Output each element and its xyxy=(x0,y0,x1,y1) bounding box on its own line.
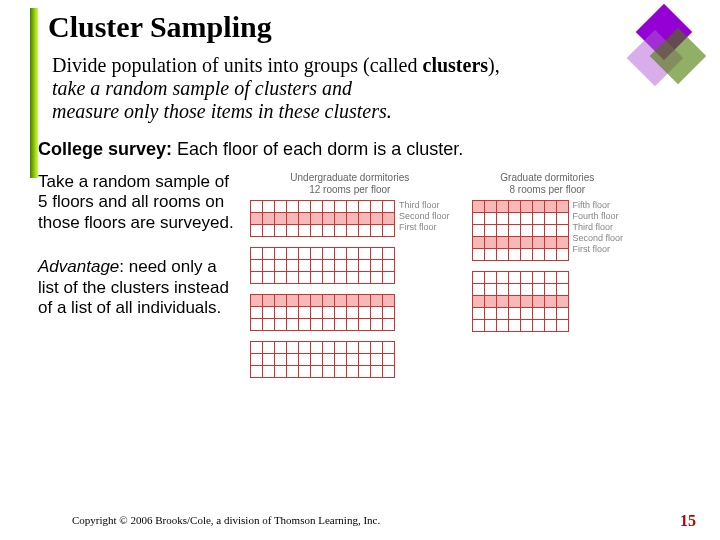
room-cell xyxy=(371,295,383,306)
building-floors xyxy=(250,200,395,237)
room-cell xyxy=(251,213,263,224)
room-cell xyxy=(311,201,323,212)
room-cell xyxy=(521,225,533,236)
undergrad-block: Undergraduate dormitories 12 rooms per f… xyxy=(250,172,450,388)
building xyxy=(472,271,624,332)
room-cell xyxy=(275,319,287,330)
floor-row xyxy=(250,306,395,318)
room-cell xyxy=(533,308,545,319)
room-cell xyxy=(347,213,359,224)
undergrad-title: Undergraduate dormitories 12 rooms per f… xyxy=(250,172,450,196)
room-cell xyxy=(263,342,275,353)
room-cell xyxy=(287,307,299,318)
floor-row xyxy=(472,236,569,248)
building xyxy=(250,341,450,378)
room-cell xyxy=(287,366,299,377)
room-cell xyxy=(335,354,347,365)
room-cell xyxy=(371,213,383,224)
room-cell xyxy=(275,213,287,224)
room-cell xyxy=(545,296,557,307)
grad-buildings: Fifth floorFourth floorThird floorSecond… xyxy=(472,200,624,332)
room-cell xyxy=(473,225,485,236)
room-cell xyxy=(473,296,485,307)
room-cell xyxy=(557,249,569,260)
floor-row xyxy=(472,307,569,319)
room-cell xyxy=(359,307,371,318)
floor-row xyxy=(472,283,569,295)
room-cell xyxy=(347,319,359,330)
room-cell xyxy=(311,342,323,353)
room-cell xyxy=(323,295,335,306)
room-cell xyxy=(251,366,263,377)
room-cell xyxy=(485,213,497,224)
room-cell xyxy=(521,237,533,248)
room-cell xyxy=(473,308,485,319)
floor-row xyxy=(250,294,395,306)
room-cell xyxy=(287,260,299,271)
room-cell xyxy=(299,295,311,306)
room-cell xyxy=(251,354,263,365)
room-cell xyxy=(497,213,509,224)
grad-block: Graduate dormitories 8 rooms per floor F… xyxy=(472,172,624,388)
room-cell xyxy=(533,296,545,307)
building: Third floorSecond floorFirst floor xyxy=(250,200,450,237)
room-cell xyxy=(263,260,275,271)
room-cell xyxy=(347,354,359,365)
floor-label: Fourth floor xyxy=(573,211,624,222)
room-cell xyxy=(485,308,497,319)
room-cell xyxy=(485,272,497,283)
room-cell xyxy=(299,342,311,353)
room-cell xyxy=(533,225,545,236)
room-cell xyxy=(347,272,359,283)
room-cell xyxy=(263,225,275,236)
room-cell xyxy=(275,260,287,271)
dorm-diagram: Undergraduate dormitories 12 rooms per f… xyxy=(250,172,696,388)
room-cell xyxy=(371,342,383,353)
room-cell xyxy=(347,342,359,353)
floor-labels: Fifth floorFourth floorThird floorSecond… xyxy=(573,200,624,255)
room-cell xyxy=(545,320,557,331)
room-cell xyxy=(485,201,497,212)
room-cell xyxy=(299,260,311,271)
room-cell xyxy=(335,201,347,212)
room-cell xyxy=(335,260,347,271)
room-cell xyxy=(473,237,485,248)
room-cell xyxy=(485,249,497,260)
room-cell xyxy=(323,307,335,318)
room-cell xyxy=(359,225,371,236)
room-cell xyxy=(323,319,335,330)
room-cell xyxy=(299,201,311,212)
room-cell xyxy=(497,320,509,331)
room-cell xyxy=(485,320,497,331)
room-cell xyxy=(299,272,311,283)
room-cell xyxy=(557,213,569,224)
room-cell xyxy=(299,213,311,224)
room-cell xyxy=(287,342,299,353)
room-cell xyxy=(509,225,521,236)
floor-row xyxy=(250,353,395,365)
room-cell xyxy=(347,225,359,236)
g-title-l1: Graduate dormitories xyxy=(500,172,594,183)
g-title-l2: 8 rooms per floor xyxy=(510,184,586,195)
building-floors xyxy=(472,271,569,332)
room-cell xyxy=(557,320,569,331)
room-cell xyxy=(509,201,521,212)
room-cell xyxy=(347,201,359,212)
room-cell xyxy=(275,201,287,212)
room-cell xyxy=(335,225,347,236)
floor-label: First floor xyxy=(399,222,450,233)
room-cell xyxy=(335,307,347,318)
room-cell xyxy=(557,308,569,319)
room-cell xyxy=(383,319,395,330)
grad-title: Graduate dormitories 8 rooms per floor xyxy=(472,172,624,196)
room-cell xyxy=(311,213,323,224)
definition-text: Divide population of units into groups (… xyxy=(48,54,696,123)
room-cell xyxy=(509,296,521,307)
floor-row xyxy=(250,271,395,284)
room-cell xyxy=(533,237,545,248)
floor-row xyxy=(250,212,395,224)
room-cell xyxy=(497,296,509,307)
floor-row xyxy=(472,248,569,261)
room-cell xyxy=(383,272,395,283)
building-floors xyxy=(250,247,395,284)
